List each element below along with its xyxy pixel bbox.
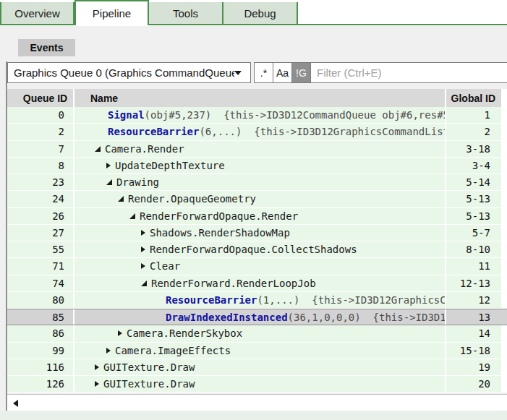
filter-input[interactable] [310, 62, 507, 83]
tree-expand-icon[interactable] [141, 247, 145, 252]
function-name: ResourceBarrier [108, 126, 199, 137]
event-row-24[interactable]: 24 Render.OpaqueGeometry 5-13 [7, 191, 507, 207]
event-name-cell: RenderForwardOpaque.Render [74, 208, 446, 224]
global-id-cell: 5-13 [446, 208, 501, 224]
tree-expand-icon[interactable] [141, 263, 145, 269]
event-table: Queue ID Name Global ID 0 Signal (obj#5,… [7, 89, 507, 393]
global-id-cell: 11 [446, 258, 501, 274]
event-label: Camera.ImageEffects [115, 345, 231, 356]
queue-id-cell: 86 [7, 325, 74, 341]
tree-expand-icon[interactable] [95, 364, 99, 370]
event-row-26[interactable]: 26 RenderForwardOpaque.Render 5-13 [7, 208, 507, 225]
tab-events[interactable]: Events [18, 39, 75, 56]
event-name-cell: Drawing [74, 174, 446, 190]
event-row-126[interactable]: 126 GUITexture.Draw 20 [7, 376, 507, 393]
tree-expand-icon[interactable] [129, 213, 135, 219]
queue-id-cell: 126 [7, 376, 74, 392]
queue-id-cell: 23 [7, 174, 74, 190]
event-row-55[interactable]: 55 RenderForwardOpaque.CollectShadows 8-… [7, 241, 507, 258]
event-name-cell: Signal (obj#5,237) {this->ID3D12CommandQ… [74, 107, 446, 123]
case-sensitive-toggle-button[interactable]: Aa [273, 62, 292, 83]
queue-id-cell: 27 [7, 225, 74, 241]
queue-id-cell: 74 [7, 275, 74, 291]
event-browser-window: Overview Pipeline Tools Debug Events Gra… [0, 0, 507, 420]
event-name-cell: Clear [74, 258, 446, 274]
row-filler [501, 309, 507, 325]
tree-expand-icon[interactable] [106, 179, 112, 185]
tree-expand-icon[interactable] [95, 146, 101, 152]
event-label: Camera.Render [105, 143, 184, 155]
event-row-23[interactable]: 23 Drawing 5-14 [7, 174, 507, 191]
event-label: RenderForward.RenderLoopJob [151, 278, 316, 289]
function-name: Signal [108, 109, 145, 121]
queue-id-cell: 55 [7, 241, 74, 257]
event-label: RenderForwardOpaque.CollectShadows [150, 244, 357, 255]
event-row-0[interactable]: 0 Signal (obj#5,237) {this->ID3D12Comman… [7, 107, 507, 124]
event-label: Camera.RenderSkybox [127, 327, 242, 339]
tab-tools[interactable]: Tools [149, 2, 223, 24]
global-id-cell: 15-18 [446, 343, 501, 359]
tree-expand-icon[interactable] [141, 280, 147, 286]
row-filler [501, 174, 507, 190]
tab-debug[interactable]: Debug [223, 2, 298, 24]
tree-expand-icon[interactable] [118, 330, 122, 336]
tree-expand-icon[interactable] [106, 348, 111, 353]
event-row-71[interactable]: 71 Clear 11 [7, 258, 507, 275]
queue-id-cell: 80 [7, 292, 74, 308]
row-filler [501, 343, 507, 359]
global-id-cell: 1 [446, 107, 501, 123]
tree-expand-icon[interactable] [118, 196, 124, 202]
event-label: Render.OpaqueGeometry [128, 193, 256, 205]
row-filler [501, 141, 507, 157]
global-id-cell: 5-7 [446, 225, 501, 241]
event-row-27[interactable]: 27 Shadows.RenderShadowMap 5-7 [7, 225, 507, 241]
function-name: ResourceBarrier [166, 294, 257, 306]
global-id-cell: 2 [446, 124, 501, 140]
event-name-cell: Shadows.RenderShadowMap [74, 225, 446, 241]
event-row-99[interactable]: 99 Camera.ImageEffects 15-18 [7, 343, 507, 359]
column-header-filler [501, 89, 507, 107]
tab-overview[interactable]: Overview [0, 2, 74, 24]
queue-id-cell: 8 [7, 158, 74, 173]
event-row-85[interactable]: 85 DrawIndexedInstanced (36,1,0,0,0) {th… [7, 309, 507, 325]
event-row-116[interactable]: 116 GUITexture.Draw 19 [7, 359, 507, 376]
column-header-name[interactable]: Name [74, 89, 446, 107]
regex-toggle-button[interactable]: .* [254, 62, 273, 83]
tab-label: Tools [173, 7, 198, 20]
global-id-cell: 3-4 [446, 158, 501, 173]
function-args: (1,...) {this->ID3D12GraphicsCommandList… [257, 294, 446, 306]
filter-mode-toggle-button[interactable]: !G [291, 62, 311, 83]
queue-selector-value: Graphics Queue 0 (Graphics CommandQueue) [8, 67, 234, 79]
event-name-cell: UpdateDepthTexture [74, 158, 446, 173]
tree-expand-icon[interactable] [95, 381, 99, 387]
tab-pipeline[interactable]: Pipeline [74, 0, 149, 25]
row-filler [501, 225, 507, 241]
event-name-cell: Camera.Render [74, 141, 446, 157]
table-header-row: Queue ID Name Global ID [7, 89, 507, 107]
event-row-7[interactable]: 7 Camera.Render 3-18 [7, 141, 507, 158]
global-id-cell: 8-10 [446, 241, 501, 257]
row-filler [501, 292, 507, 308]
function-args: (6,...) {this->ID3D12GraphicsCommandList… [199, 126, 446, 137]
event-name-cell: ResourceBarrier (1,...) {this->ID3D12Gra… [74, 292, 446, 308]
global-id-cell: 12-13 [446, 275, 501, 291]
event-row-74[interactable]: 74 RenderForward.RenderLoopJob 12-13 [7, 275, 507, 292]
queue-id-cell: 0 [7, 107, 74, 123]
event-row-2[interactable]: 2 ResourceBarrier (6,...) {this->ID3D12G… [7, 124, 507, 140]
tree-expand-icon[interactable] [141, 230, 145, 236]
queue-selector-dropdown[interactable]: Graphics Queue 0 (Graphics CommandQueue) [7, 62, 251, 83]
row-filler [501, 241, 507, 257]
tree-expand-icon[interactable] [106, 163, 111, 168]
event-row-8[interactable]: 8 UpdateDepthTexture 3-4 [7, 158, 507, 174]
column-header-global-id[interactable]: Global ID [446, 89, 501, 107]
scroll-left-icon[interactable] [13, 400, 18, 407]
column-header-queue-id[interactable]: Queue ID [7, 89, 74, 107]
global-id-cell: 12 [446, 292, 501, 308]
event-row-86[interactable]: 86 Camera.RenderSkybox 14 [7, 325, 507, 342]
event-row-80[interactable]: 80 ResourceBarrier (1,...) {this->ID3D12… [7, 292, 507, 309]
horizontal-scrollbar[interactable] [7, 394, 507, 411]
global-id-cell: 5-13 [446, 191, 501, 207]
global-id-cell: 3-18 [446, 141, 501, 157]
main-tabbar: Overview Pipeline Tools Debug [0, 0, 507, 26]
global-id-cell: 13 [446, 309, 501, 325]
